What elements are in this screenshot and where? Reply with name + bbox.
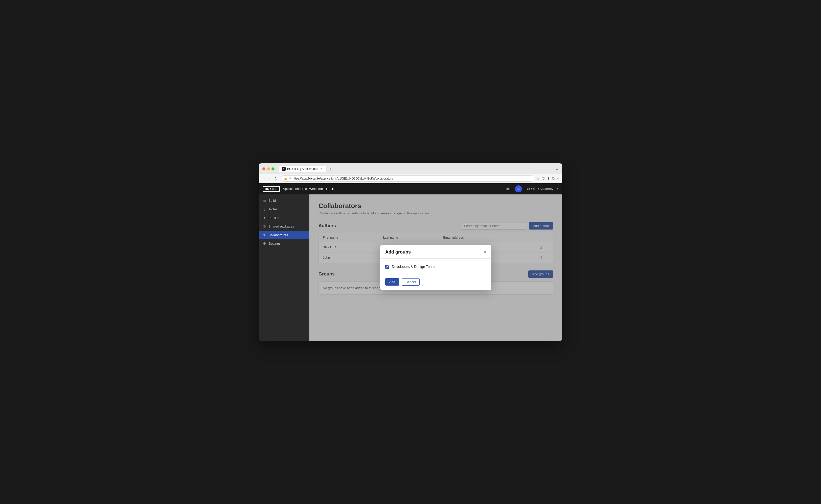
header-nav: Applications › ▣ Welcome Exercise bbox=[283, 187, 336, 191]
group-checkbox-item: Developers & Design Team bbox=[385, 263, 486, 271]
sidebar-item-publish[interactable]: ✦ Publish bbox=[259, 214, 309, 222]
modal-title: Add groups bbox=[385, 249, 411, 255]
address-bar[interactable]: 🔒 ⊕ https://app.bryter.io/applications/q… bbox=[281, 175, 534, 182]
sidebar-item-build-label: Build bbox=[269, 199, 276, 203]
extensions-icon[interactable]: ⧉ bbox=[552, 176, 554, 181]
nav-chevron: › bbox=[302, 187, 303, 191]
tab-favicon: B bbox=[282, 167, 286, 171]
tab-title: BRYTER | Applications bbox=[287, 167, 318, 171]
settings-icon: ⚙ bbox=[263, 242, 266, 246]
app-body: ⊞ Build ☺ Roles ✦ Publish ⟳ Shared packa… bbox=[259, 194, 562, 341]
sidebar-item-collaborators-label: Collaborators bbox=[269, 233, 288, 237]
tab-bar: B BRYTER | Applications ✕ + bbox=[279, 166, 553, 172]
toolbar-actions: ☆ 🛡 ⬇ ⧉ ≡ bbox=[536, 176, 559, 181]
group-label-developers: Developers & Design Team bbox=[392, 265, 434, 269]
url-domain: app.bryter.io bbox=[302, 177, 320, 180]
back-button[interactable]: ‹ bbox=[262, 176, 266, 181]
sidebar-item-settings[interactable]: ⚙ Settings bbox=[259, 239, 309, 248]
sidebar-item-shared-packages[interactable]: ⟳ Shared packages bbox=[259, 222, 309, 231]
modal-header: Add groups × bbox=[380, 245, 491, 259]
sidebar: ⊞ Build ☺ Roles ✦ Publish ⟳ Shared packa… bbox=[259, 194, 309, 341]
user-name: BRYTER Academy bbox=[525, 187, 553, 191]
add-groups-modal: Add groups × Developers & Design Team Ad… bbox=[380, 245, 491, 290]
shared-packages-icon: ⟳ bbox=[263, 224, 266, 229]
modal-body: Developers & Design Team bbox=[380, 259, 491, 275]
help-link[interactable]: Help bbox=[505, 187, 512, 191]
modal-close-button[interactable]: × bbox=[483, 250, 486, 255]
page-icon: ▣ bbox=[305, 187, 308, 191]
browser-toolbar: ‹ › ↻ 🔒 ⊕ https://app.bryter.io/applicat… bbox=[259, 174, 562, 183]
publish-icon: ✦ bbox=[263, 216, 266, 220]
minimize-window-button[interactable] bbox=[267, 167, 270, 170]
sidebar-item-collaborators[interactable]: ✎ Collaborators bbox=[259, 231, 309, 239]
modal-footer: Add Cancel bbox=[380, 275, 491, 290]
app-header: BRYTER Applications › ▣ Welcome Exercise… bbox=[259, 183, 562, 194]
group-checkbox-developers[interactable] bbox=[385, 265, 389, 269]
reload-button[interactable]: ↻ bbox=[273, 175, 279, 181]
tab-close-button[interactable]: ✕ bbox=[320, 167, 323, 171]
traffic-lights bbox=[262, 167, 275, 170]
sidebar-item-build[interactable]: ⊞ Build bbox=[259, 196, 309, 205]
browser-tab-active[interactable]: B BRYTER | Applications ✕ bbox=[279, 166, 326, 172]
bookmark-icon[interactable]: ☆ bbox=[536, 177, 539, 181]
menu-icon[interactable]: ≡ bbox=[556, 177, 559, 181]
lock-icon: ⊕ bbox=[289, 177, 291, 180]
sidebar-item-roles[interactable]: ☺ Roles bbox=[259, 205, 309, 214]
url-display[interactable]: https://app.bryter.io/applications/q1CiE… bbox=[293, 177, 393, 180]
security-icon: 🔒 bbox=[284, 177, 288, 180]
browser-titlebar: B BRYTER | Applications ✕ + ⌄ bbox=[259, 163, 562, 174]
bryter-logo[interactable]: BRYTER bbox=[263, 186, 280, 192]
nav-applications-link[interactable]: Applications bbox=[283, 187, 301, 191]
sidebar-item-shared-packages-label: Shared packages bbox=[269, 224, 294, 228]
window-controls: ⌄ bbox=[555, 167, 559, 171]
close-window-button[interactable] bbox=[262, 167, 266, 170]
shield-icon: 🛡 bbox=[541, 177, 545, 181]
modal-add-button[interactable]: Add bbox=[385, 278, 399, 286]
modal-cancel-button[interactable]: Cancel bbox=[402, 278, 419, 286]
sidebar-item-settings-label: Settings bbox=[269, 242, 281, 245]
build-icon: ⊞ bbox=[263, 199, 266, 203]
url-path: /applications/q1CiE1gHQ1O5yLctviBoKg/col… bbox=[320, 177, 393, 180]
download-icon[interactable]: ⬇ bbox=[547, 177, 550, 181]
collaborators-icon: ✎ bbox=[263, 233, 266, 237]
user-menu-chevron[interactable]: ▾ bbox=[557, 187, 558, 190]
user-avatar: B bbox=[515, 185, 522, 192]
maximize-window-button[interactable] bbox=[272, 167, 275, 170]
forward-button[interactable]: › bbox=[268, 176, 271, 181]
header-right: Help B BRYTER Academy ▾ bbox=[505, 185, 558, 192]
browser-window: B BRYTER | Applications ✕ + ⌄ ‹ › ↻ 🔒 ⊕ … bbox=[259, 163, 562, 341]
sidebar-item-publish-label: Publish bbox=[269, 216, 279, 220]
roles-icon: ☺ bbox=[263, 207, 267, 211]
modal-overlay[interactable]: Add groups × Developers & Design Team Ad… bbox=[309, 194, 562, 341]
page-name: Welcome Exercise bbox=[309, 187, 336, 191]
new-tab-button[interactable]: + bbox=[328, 166, 333, 172]
content-area: Collaborators Collaborate with other aut… bbox=[309, 194, 562, 341]
sidebar-item-roles-label: Roles bbox=[269, 207, 277, 211]
